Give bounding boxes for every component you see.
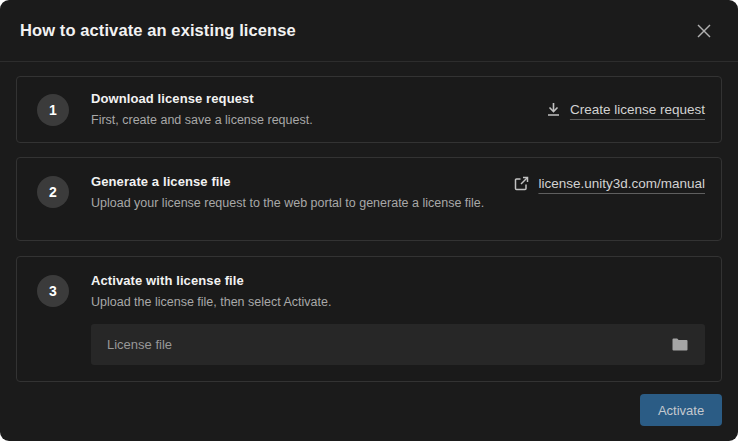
external-link-icon [514, 176, 529, 191]
step-description: Upload the license file, then select Act… [91, 293, 511, 311]
close-button[interactable] [694, 21, 714, 41]
download-icon [546, 102, 561, 117]
dialog-header: How to activate an existing license [0, 0, 738, 62]
step-number-badge: 3 [37, 275, 69, 307]
step-generate-license-file: 2 Generate a license file Upload your li… [16, 157, 722, 241]
folder-icon[interactable] [671, 337, 689, 352]
license-file-field[interactable] [107, 337, 671, 352]
step-download-license-request: 1 Download license request First, create… [16, 76, 722, 143]
close-icon [697, 24, 711, 38]
dialog-content: 1 Download license request First, create… [0, 62, 738, 382]
step-title: Generate a license file [91, 174, 502, 189]
license-file-input[interactable] [91, 324, 705, 365]
step-title: Download license request [91, 91, 534, 106]
create-license-request-label: Create license request [570, 102, 705, 117]
step-activate-with-license-file: 3 Activate with license file Upload the … [16, 256, 722, 382]
step-description: Upload your license request to the web p… [91, 194, 502, 212]
license-portal-link[interactable]: license.unity3d.com/manual [514, 176, 705, 191]
step-title: Activate with license file [91, 273, 705, 288]
dialog-footer: Activate [0, 382, 738, 441]
activate-license-dialog: How to activate an existing license 1 Do… [0, 0, 738, 441]
license-portal-label: license.unity3d.com/manual [538, 176, 705, 191]
step-description: First, create and save a license request… [91, 111, 511, 129]
dialog-title: How to activate an existing license [20, 21, 296, 40]
activate-button[interactable]: Activate [640, 394, 722, 426]
step-number-badge: 1 [37, 94, 69, 126]
step-number-badge: 2 [37, 176, 69, 208]
create-license-request-link[interactable]: Create license request [546, 102, 705, 117]
